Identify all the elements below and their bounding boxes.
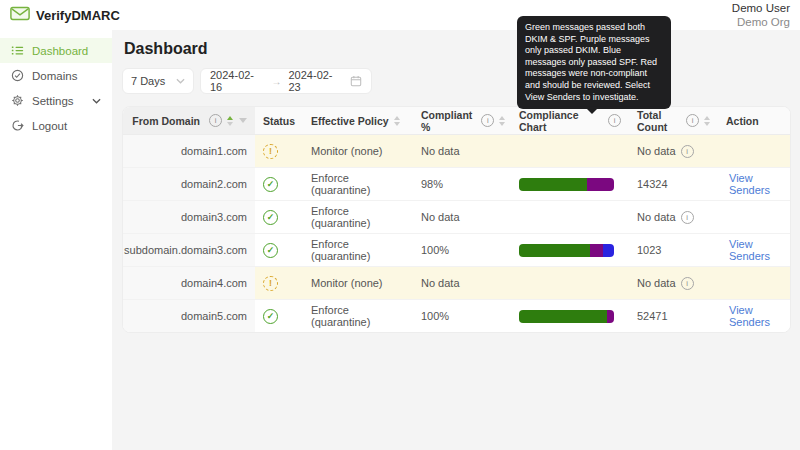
sort-caret-down <box>394 122 400 126</box>
info-icon[interactable]: i <box>481 114 494 127</box>
cell-status: ✓ <box>255 234 303 266</box>
chart-segment-dkim_only <box>587 178 614 191</box>
sort-icon[interactable] <box>394 116 400 126</box>
sidebar-item-domains[interactable]: Domains <box>0 63 112 88</box>
logo[interactable]: VerifyDMARC <box>10 6 120 25</box>
status-ok-icon: ✓ <box>263 309 278 324</box>
chart-segment-dkim_spf <box>519 244 590 257</box>
chart-segment-spf_only <box>603 244 614 257</box>
cell-from-domain: domain4.com <box>123 267 255 299</box>
sort-caret-down <box>704 122 710 126</box>
column-header-compliant-pct[interactable]: Compliant %i <box>413 107 511 135</box>
date-end-value: 2024-02-23 <box>289 69 344 93</box>
cell-from-domain: domain2.com <box>123 168 255 200</box>
date-range-select-value: 7 Days <box>131 75 165 87</box>
chart-segment-dkim_spf <box>519 178 587 191</box>
cell-compliance-chart <box>511 234 629 266</box>
column-label: Status <box>263 115 295 127</box>
cell-effective-policy: Enforce (quarantine) <box>303 300 413 332</box>
cell-action: View Senders <box>718 234 790 266</box>
logout-icon <box>11 119 24 132</box>
cell-effective-policy: Monitor (none) <box>303 135 413 167</box>
column-header-total-count[interactable]: Total Counti <box>629 107 718 135</box>
column-header-action: Action <box>718 107 790 135</box>
view-senders-link[interactable]: View Senders <box>729 304 782 328</box>
status-ok-icon: ✓ <box>263 177 278 192</box>
cell-total-count: No datai <box>629 267 718 299</box>
cell-action: View Senders <box>718 168 790 200</box>
cell-status: ✓ <box>255 300 303 332</box>
table-header-row: From DomainiStatusEffective PolicyCompli… <box>123 107 790 135</box>
compliance-chart-bar <box>519 244 614 257</box>
sidebar-item-label: Logout <box>32 120 67 132</box>
info-icon[interactable]: i <box>681 277 694 290</box>
table-row: subdomain.domain3.com✓Enforce (quarantin… <box>123 234 790 267</box>
column-header-from-domain[interactable]: From Domaini <box>123 107 255 135</box>
cell-status: ! <box>255 135 303 167</box>
sort-caret-up <box>394 116 400 120</box>
cell-action <box>718 135 790 167</box>
domains-table: From DomainiStatusEffective PolicyCompli… <box>122 106 791 333</box>
filter-icon[interactable] <box>239 118 247 123</box>
user-block[interactable]: Demo User Demo Org <box>732 1 790 30</box>
status-warning-icon: ! <box>263 144 278 159</box>
view-senders-link[interactable]: View Senders <box>729 238 782 262</box>
cell-from-domain: domain5.com <box>123 300 255 332</box>
status-ok-icon: ✓ <box>263 210 278 225</box>
sort-caret-down <box>499 122 505 126</box>
cell-from-domain: domain1.com <box>123 135 255 167</box>
sidebar-item-logout[interactable]: Logout <box>0 113 112 138</box>
chevron-down-icon <box>92 98 101 104</box>
topbar: VerifyDMARC Demo User Demo Org <box>0 0 800 30</box>
cell-compliant-pct: 100% <box>413 234 511 266</box>
sort-icon[interactable] <box>704 116 710 126</box>
cell-compliance-chart <box>511 267 629 299</box>
column-label: Effective Policy <box>311 115 389 127</box>
date-range-input[interactable]: 2024-02-16 → 2024-02-23 <box>200 68 372 94</box>
cell-total-count: No datai <box>629 201 718 233</box>
app-window: VerifyDMARC Demo User Demo Org Dashboard <box>0 0 800 450</box>
chevron-down-icon <box>176 78 185 84</box>
logo-text: VerifyDMARC <box>36 8 120 23</box>
sort-icon[interactable] <box>227 116 233 126</box>
sort-caret-down <box>227 122 233 126</box>
org-name: Demo Org <box>732 15 790 29</box>
tooltip-arrow <box>587 109 597 114</box>
sidebar: Dashboard Domains Settings <box>0 30 112 450</box>
sidebar-item-label: Domains <box>32 70 77 82</box>
main-content: Dashboard 7 Days 2024-02-16 → 2024-02-23 <box>112 30 800 450</box>
cell-compliant-pct: 100% <box>413 300 511 332</box>
cell-action: View Senders <box>718 300 790 332</box>
info-icon[interactable]: i <box>209 114 222 127</box>
cell-compliant-pct: 98% <box>413 168 511 200</box>
cell-compliance-chart <box>511 300 629 332</box>
date-range-select[interactable]: 7 Days <box>122 68 194 94</box>
envelope-logo-icon <box>10 6 30 25</box>
column-header-compliance-chart: Compliance Charti <box>511 107 629 135</box>
sidebar-item-settings[interactable]: Settings <box>0 88 112 113</box>
domains-check-icon <box>11 69 24 82</box>
sidebar-item-dashboard[interactable]: Dashboard <box>0 38 112 63</box>
cell-compliant-pct: No data <box>413 135 511 167</box>
sidebar-item-label: Dashboard <box>32 45 88 57</box>
table-row: domain2.com✓Enforce (quarantine)98%14324… <box>123 168 790 201</box>
dashboard-list-icon <box>11 44 24 57</box>
date-range-arrow-icon: → <box>272 76 282 87</box>
chart-segment-dkim_only <box>590 244 602 257</box>
sort-icon[interactable] <box>499 116 505 126</box>
column-label: Action <box>726 115 759 127</box>
info-icon[interactable]: i <box>608 114 621 127</box>
column-label: Compliant % <box>421 109 472 133</box>
view-senders-link[interactable]: View Senders <box>729 172 782 196</box>
table-row: domain3.com✓Enforce (quarantine)No dataN… <box>123 201 790 234</box>
column-header-effective-policy[interactable]: Effective Policy <box>303 107 413 135</box>
compliance-chart-tooltip: Green messages passed both DKIM & SPF. P… <box>517 16 671 109</box>
table-row: domain4.com!Monitor (none)No dataNo data… <box>123 267 790 300</box>
gear-icon <box>11 94 24 107</box>
info-icon[interactable]: i <box>681 145 694 158</box>
info-icon[interactable]: i <box>681 211 694 224</box>
cell-effective-policy: Enforce (quarantine) <box>303 201 413 233</box>
compliance-chart-bar <box>519 310 614 323</box>
cell-action <box>718 201 790 233</box>
info-icon[interactable]: i <box>686 114 699 127</box>
